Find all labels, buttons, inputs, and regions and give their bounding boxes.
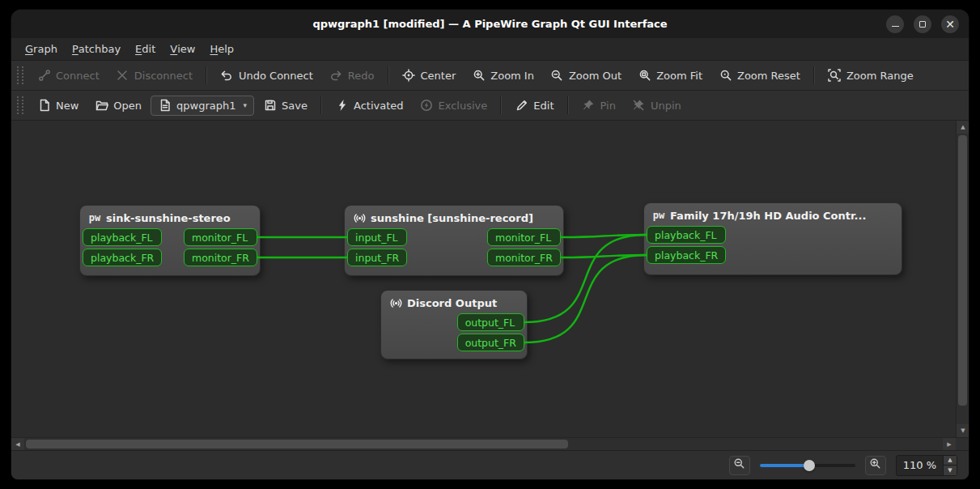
horizontal-scrollbar[interactable]: ◀ ▶ — [11, 438, 956, 450]
menu-item-view[interactable]: View — [163, 38, 202, 60]
output-ports: monitor_FLmonitor_FR — [487, 228, 561, 266]
toolbar-session: NewOpenqpwgraph1▾SaveActivatedExclusiveE… — [11, 91, 969, 121]
open-button[interactable]: Open — [87, 95, 149, 117]
zoom-decrease-button[interactable]: ▼ — [944, 466, 957, 475]
disconnect-button[interactable]: Disconnect — [108, 65, 200, 87]
zoom-in-icon — [472, 69, 486, 83]
status-zoom-out-button[interactable] — [729, 456, 750, 475]
vertical-scrollbar[interactable]: ▲ ▼ — [956, 121, 969, 437]
port-output_FR[interactable]: output_FR — [457, 334, 524, 351]
zoom-slider[interactable] — [760, 457, 855, 474]
vertical-scroll-track[interactable] — [957, 134, 969, 424]
status-zoom-in-button[interactable] — [865, 456, 886, 475]
edit-button[interactable]: Edit — [507, 95, 561, 117]
node-title: Family 17h/19h HD Audio Contr... — [670, 210, 866, 222]
node-family[interactable]: pwFamily 17h/19h HD Audio Contr...playba… — [643, 202, 902, 275]
undo-connect-button[interactable]: Undo Connect — [213, 65, 320, 87]
port-playback_FR[interactable]: playback_FR — [83, 249, 162, 266]
redo-button[interactable]: Redo — [322, 65, 382, 87]
horizontal-scroll-track[interactable] — [24, 438, 943, 450]
pin-icon — [582, 99, 596, 113]
port-input_FR[interactable]: input_FR — [347, 249, 407, 266]
scroll-down-button[interactable]: ▼ — [957, 424, 969, 437]
output-ports: monitor_FLmonitor_FR — [184, 228, 257, 266]
window-title: qpwgraph1 [modified] — A PipeWire Graph … — [11, 18, 969, 30]
toolbar-separator — [500, 96, 502, 114]
session-button[interactable]: qpwgraph1▾ — [151, 96, 254, 116]
zoom-slider-handle[interactable] — [804, 460, 815, 471]
exclusive-button[interactable]: Exclusive — [413, 95, 495, 117]
toolbar-graph: ConnectDisconnectUndo ConnectRedoCenterZ… — [11, 61, 969, 91]
menu-bar: GraphPatchbayEditViewHelp — [11, 38, 969, 61]
maximize-button[interactable] — [914, 15, 931, 33]
close-icon: ✕ — [945, 19, 955, 30]
zoom-spin-arrows: ▲ ▼ — [943, 456, 957, 475]
connections-layer — [11, 121, 956, 437]
toolbar-separator — [567, 96, 569, 114]
scroll-left-button[interactable]: ◀ — [11, 438, 24, 451]
scroll-up-button[interactable]: ▲ — [957, 121, 969, 134]
connection-wire[interactable] — [561, 255, 647, 257]
zoom-in-label: Zoom In — [490, 70, 534, 82]
zoom-value: 110 % — [897, 456, 943, 475]
toolbar-handle[interactable] — [17, 96, 23, 114]
vertical-scroll-thumb[interactable] — [958, 135, 967, 406]
menu-item-patchbay[interactable]: Patchbay — [65, 38, 128, 60]
title-bar[interactable]: qpwgraph1 [modified] — A PipeWire Graph … — [11, 10, 969, 38]
node-title: sink-sunshine-stereo — [106, 212, 231, 224]
unpin-button[interactable]: Unpin — [625, 95, 689, 117]
menu-item-edit[interactable]: Edit — [128, 38, 163, 60]
toolbar-separator — [206, 66, 207, 84]
port-playback_FR[interactable]: playback_FR — [647, 246, 726, 264]
center-label: Center — [421, 70, 456, 82]
connection-wire[interactable] — [561, 235, 647, 237]
center-button[interactable]: Center — [395, 65, 464, 87]
port-monitor_FR[interactable]: monitor_FR — [184, 249, 257, 266]
close-button[interactable]: ✕ — [941, 15, 959, 33]
menu-item-graph[interactable]: Graph — [18, 38, 65, 60]
zoom-fit-button[interactable]: Zoom Fit — [630, 65, 710, 87]
zoom-range-button[interactable]: Zoom Range — [821, 65, 921, 87]
exclusive-label: Exclusive — [439, 100, 488, 112]
status-bar: 110 % ▲ ▼ — [11, 450, 969, 479]
zoom-out-button[interactable]: Zoom Out — [543, 65, 629, 87]
save-button[interactable]: Save — [256, 95, 315, 117]
port-monitor_FL[interactable]: monitor_FL — [184, 228, 257, 246]
new-button[interactable]: New — [30, 95, 86, 117]
undo-connect-label: Undo Connect — [239, 70, 313, 82]
horizontal-scroll-thumb[interactable] — [26, 440, 568, 449]
zoom-reset-icon — [719, 69, 732, 83]
toolbar-handle[interactable] — [17, 66, 23, 84]
output-ports: output_FLoutput_FR — [457, 313, 524, 351]
port-output_FL[interactable]: output_FL — [457, 313, 524, 331]
zoom-in-button[interactable]: Zoom In — [465, 65, 541, 87]
node-sink[interactable]: pwsink-sunshine-stereoplayback_FLplaybac… — [79, 205, 261, 276]
zoom-increase-button[interactable]: ▲ — [944, 456, 957, 466]
bolt-icon — [335, 99, 349, 113]
port-playback_FL[interactable]: playback_FL — [83, 228, 162, 246]
port-monitor_FR[interactable]: monitor_FR — [487, 249, 561, 266]
toolbar-separator — [388, 66, 389, 84]
port-playback_FL[interactable]: playback_FL — [647, 226, 726, 244]
activated-button[interactable]: Activated — [328, 95, 411, 117]
menu-item-help[interactable]: Help — [202, 38, 241, 60]
pin-button[interactable]: Pin — [575, 95, 623, 117]
undo-icon — [220, 69, 234, 83]
exclusive-icon — [420, 99, 434, 113]
scroll-right-button[interactable]: ▶ — [943, 438, 956, 451]
zoom-spinbox[interactable]: 110 % ▲ ▼ — [896, 455, 957, 476]
port-input_FL[interactable]: input_FL — [347, 228, 407, 246]
node-discord[interactable]: Discord Outputoutput_FLoutput_FR — [380, 290, 528, 359]
connect-button[interactable]: Connect — [30, 65, 107, 87]
port-monitor_FL[interactable]: monitor_FL — [487, 228, 561, 246]
toolbar-separator — [813, 66, 815, 84]
connect-icon — [37, 69, 51, 83]
graph-canvas[interactable]: pwsink-sunshine-stereoplayback_FLplaybac… — [11, 121, 956, 437]
minimize-button[interactable] — [886, 15, 904, 33]
node-sunshine[interactable]: sunshine [sunshine-record]input_FLinput_… — [344, 205, 564, 276]
redo-label: Redo — [348, 70, 375, 82]
save-label: Save — [282, 100, 308, 112]
zoom-reset-button[interactable]: Zoom Reset — [711, 65, 808, 87]
node-header: sunshine [sunshine-record] — [345, 206, 563, 228]
disconnect-icon — [116, 69, 129, 83]
